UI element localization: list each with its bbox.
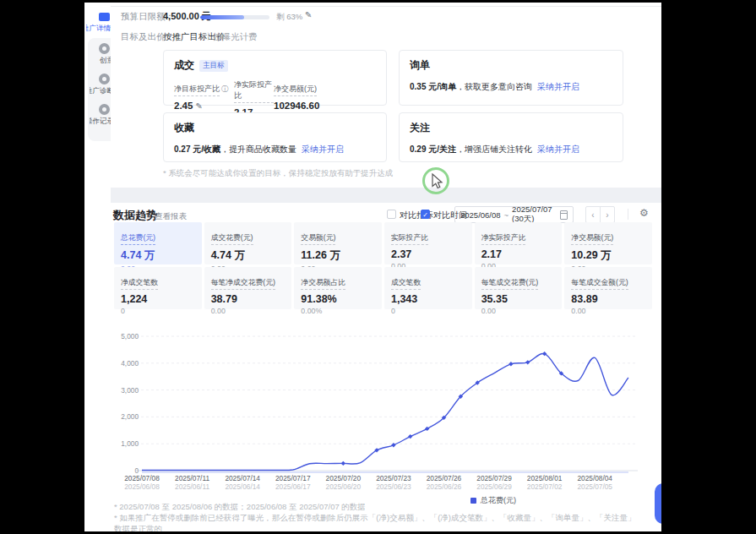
calendar-icon xyxy=(560,210,568,220)
svg-text:2025/06/14: 2025/06/14 xyxy=(225,482,260,491)
goal-card-inquiry: 询单0.35 元/询单，获取更多意向咨询采纳并开启 xyxy=(399,50,623,106)
sidebar-item-history[interactable]: 操作记录 xyxy=(88,104,111,127)
prev-period-button[interactable]: ‹ xyxy=(586,207,600,222)
metric-label: 净成交笔数 xyxy=(121,278,158,290)
metric-card[interactable]: 交易额(元)11.26 万0.00 xyxy=(294,222,382,264)
svg-text:2025/06/11: 2025/06/11 xyxy=(175,482,209,491)
adopt-and-enable-link[interactable]: 采纳并开启 xyxy=(302,144,344,154)
svg-text:2025/06/23: 2025/06/23 xyxy=(376,482,411,491)
sidebar-item-detail[interactable]: 推广详情 xyxy=(84,13,111,34)
metric-label: 净交易额占比 xyxy=(301,278,345,290)
metric-value: 83.89 xyxy=(571,293,645,305)
metric-label: 净实际投产比 xyxy=(481,233,526,245)
date-nav: ‹ › xyxy=(585,206,615,223)
metric-label: 实际投产比 xyxy=(391,233,428,245)
goal-desc-text: ，获取更多意向咨询 xyxy=(456,82,532,91)
svg-text:2025/06/17: 2025/06/17 xyxy=(275,482,311,491)
svg-text:2025/07/14: 2025/07/14 xyxy=(225,474,260,482)
metric-value: 38.79 xyxy=(211,293,286,305)
svg-text:5,000: 5,000 xyxy=(121,332,139,341)
app-window: 推广详情创意推广诊断操作记录 预算日限额： 4,500.00 元 剩 63% ✎… xyxy=(0,0,756,534)
goal-price: 0.27 元/收藏 xyxy=(174,144,220,154)
goal-card-desc: 0.35 元/询单，获取更多意向咨询采纳并开启 xyxy=(410,81,623,93)
mouse-cursor xyxy=(432,173,443,193)
metric-value: 2.17 xyxy=(481,248,556,260)
metric-card[interactable]: 成交笔数1,3430 xyxy=(384,267,472,309)
sidebar-item-label: 创意 xyxy=(90,56,111,66)
edit-icon[interactable]: ✎ xyxy=(195,101,202,111)
metric-value: 11.26 万 xyxy=(301,248,375,263)
svg-text:2025/07/02: 2025/07/02 xyxy=(527,482,563,491)
metric-card[interactable]: 净交易额(元)10.29 万0.00 xyxy=(564,222,652,264)
stat-value: 102946.60 xyxy=(274,101,386,111)
tab-bid-by-impression[interactable]: 按曝光计费 xyxy=(213,31,258,43)
diagnosis-icon xyxy=(99,74,110,84)
budget-edit-icon[interactable]: ✎ xyxy=(305,10,312,19)
metric-label: 交易额(元) xyxy=(301,233,335,245)
floating-widget-button[interactable] xyxy=(655,483,661,524)
trend-footnote-1: * 2025/07/08 至 2025/08/06 的数据；2025/06/08… xyxy=(114,502,366,513)
svg-text:2025/07/23: 2025/07/23 xyxy=(376,474,411,482)
metric-card[interactable]: 每笔成交金额(元)83.890.00 xyxy=(564,267,652,309)
gear-icon[interactable]: ⚙ xyxy=(639,207,649,219)
budget-progress-bar xyxy=(200,15,269,19)
metric-card[interactable]: 成交花费(元)4.74 万0.00 xyxy=(204,222,292,264)
primary-goal-badge: 主目标 xyxy=(199,60,228,72)
svg-text:2025/06/20: 2025/06/20 xyxy=(326,482,362,491)
sidebar-item-creative[interactable]: 创意 xyxy=(88,43,111,66)
next-period-button[interactable]: › xyxy=(600,207,614,222)
metric-card[interactable]: 总花费(元)4.74 万0.00 xyxy=(114,222,202,264)
adopt-and-enable-link[interactable]: 采纳并开启 xyxy=(537,82,579,91)
metric-card[interactable]: 实际投产比2.370.00 xyxy=(384,222,472,264)
metric-value: 4.74 万 xyxy=(121,248,195,263)
left-sidebar: 推广详情创意推广诊断操作记录 xyxy=(84,0,111,534)
history-icon xyxy=(99,104,110,115)
metric-card[interactable]: 净成交笔数1,2240 xyxy=(114,267,202,309)
stat-label: 净目标投产比 xyxy=(174,84,220,96)
svg-text:2025/08/01: 2025/08/01 xyxy=(527,474,563,482)
date-range-picker[interactable]: 2025/06/08 ~ 2025/07/07 (30天) xyxy=(454,206,574,223)
svg-text:2,000: 2,000 xyxy=(121,412,139,421)
goal-card-desc: 0.27 元/收藏，提升商品收藏数量采纳并开启 xyxy=(174,144,386,155)
goal-card-title: 询单 xyxy=(410,58,430,73)
svg-text:2025/06/26: 2025/06/26 xyxy=(427,482,462,491)
stat-value-text: 2.45 xyxy=(174,101,193,111)
sidebar-item-diagnosis[interactable]: 推广诊断 xyxy=(88,74,111,96)
compare-metric-checkbox[interactable] xyxy=(387,210,396,219)
main-content: 预算日限额： 4,500.00 元 剩 63% ✎ 目标及出价： 按推广目标出价… xyxy=(111,0,661,534)
info-icon: ⓘ xyxy=(221,84,229,93)
date-range-separator: ~ xyxy=(504,210,509,220)
legend-label: 总花费(元) xyxy=(481,495,516,506)
metric-label: 总花费(元) xyxy=(121,233,155,245)
goal-card-title: 关注 xyxy=(410,121,430,135)
metric-card[interactable]: 净交易额占比91.38%0.00% xyxy=(294,267,382,309)
metric-card[interactable]: 每笔净成交花费(元)38.790.00 xyxy=(204,267,292,309)
svg-text:4,000: 4,000 xyxy=(121,359,139,368)
settings-footnote: * 系统会尽可能达成你设置的目标，保持稳定投放有助于提升达成 xyxy=(163,168,393,179)
goal-card-title: 收藏 xyxy=(174,121,194,135)
svg-text:2025/07/20: 2025/07/20 xyxy=(326,474,362,482)
compare-time-checkbox[interactable]: ✓ xyxy=(421,210,430,219)
detail-icon xyxy=(99,13,110,21)
metric-label: 每笔成交金额(元) xyxy=(571,278,628,290)
metric-card[interactable]: 每笔成交花费(元)35.350.00 xyxy=(475,267,563,309)
stat-value: 2.45✎ xyxy=(174,101,234,111)
goal-card-follow: 关注0.29 元/关注，增强店铺关注转化采纳并开启 xyxy=(399,112,623,162)
trends-title: 数据趋势 xyxy=(113,208,157,223)
metric-cards: 总花费(元)4.74 万0.00成交花费(元)4.74 万0.00交易额(元)1… xyxy=(114,222,652,309)
screen-mask-top xyxy=(0,0,756,3)
metric-compare-value: 0 xyxy=(391,307,465,315)
metric-value: 10.29 万 xyxy=(571,248,645,263)
sidebar-item-label: 操作记录 xyxy=(90,117,111,127)
tab-separator: | xyxy=(207,31,209,41)
metric-card[interactable]: 净实际投产比2.170.00 xyxy=(475,222,563,264)
campaign-settings-panel: 预算日限额： 4,500.00 元 剩 63% ✎ 目标及出价： 按推广目标出价… xyxy=(111,0,661,188)
divider xyxy=(111,6,661,7)
svg-text:2025/08/04: 2025/08/04 xyxy=(577,474,612,482)
svg-text:1,000: 1,000 xyxy=(121,439,139,448)
view-report-link[interactable]: 查看报表 xyxy=(155,211,187,222)
stat-value-text: 102946.60 xyxy=(274,101,319,111)
adopt-and-enable-link[interactable]: 采纳并开启 xyxy=(537,144,579,154)
goal-card-desc: 0.29 元/关注，增强店铺关注转化采纳并开启 xyxy=(410,144,623,155)
svg-text:2025/07/05: 2025/07/05 xyxy=(577,482,612,491)
